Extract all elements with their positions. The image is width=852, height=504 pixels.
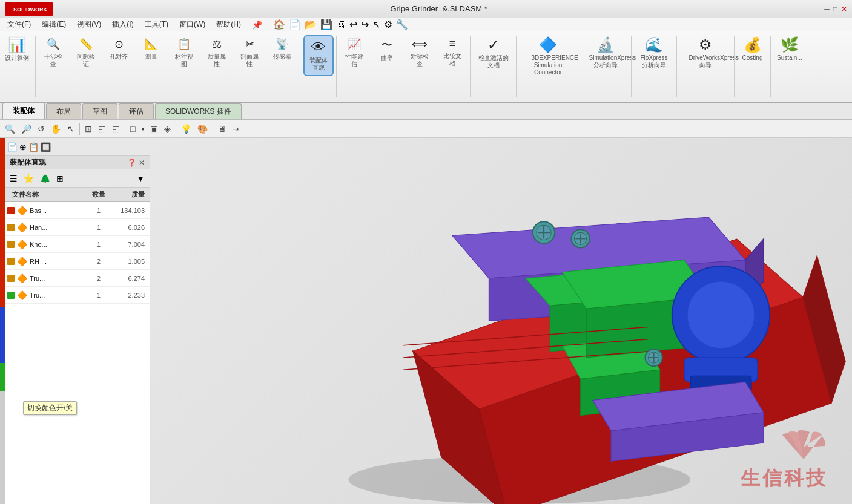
ptb-filter-btn[interactable]: ▼ — [134, 172, 147, 185]
qa-folder[interactable]: 📂 — [305, 19, 317, 30]
stb-search[interactable]: 🔍 — [2, 123, 18, 135]
stb-view1[interactable]: ⊞ — [82, 123, 94, 135]
row-mass: 2.233 — [111, 292, 147, 299]
stb-display1[interactable]: □ — [128, 123, 137, 135]
divider10 — [770, 36, 771, 97]
stb-arrow[interactable]: ⇥ — [230, 123, 242, 135]
stb-screen[interactable]: 🖥 — [216, 123, 229, 135]
stb-display4[interactable]: ◈ — [162, 123, 173, 135]
panel-controls: ❓ ✕ — [127, 159, 145, 167]
interference-icon: 🔍 — [47, 38, 60, 51]
table-row[interactable]: 🔶 Kno... 1 7.004 — [5, 236, 150, 253]
row-color-swatch — [7, 275, 15, 282]
stb-view3[interactable]: ◱ — [110, 123, 122, 135]
sustain-btn[interactable]: 🌿 Sustain... — [773, 35, 806, 64]
row-part-icon: 🔶 — [17, 223, 27, 232]
row-part-name: Kno... — [30, 241, 87, 248]
stb-render[interactable]: 🎨 — [195, 123, 210, 135]
table-row[interactable]: 🔶 Bas... 1 134.103 — [5, 202, 150, 219]
clearance-btn[interactable]: 📏 间隙验证 — [71, 35, 101, 70]
qa-new[interactable]: 📄 — [289, 19, 301, 30]
color-green-segment — [0, 363, 5, 391]
curvature-icon: 〜 — [381, 38, 392, 52]
tab-evaluate[interactable]: 评估 — [119, 103, 154, 119]
refview-btn[interactable]: 📋 标注视图 — [169, 35, 199, 70]
table-row[interactable]: 🔶 Han... 1 6.026 — [5, 219, 150, 236]
driveworks-icon: ⚙ — [699, 38, 712, 52]
table-row[interactable]: 🔶 Tru... 2 6.274 — [5, 270, 150, 287]
qa-settings[interactable]: 🔧 — [396, 19, 408, 30]
floxpress-btn[interactable]: 🌊 FloXpress分析向导 — [636, 35, 671, 71]
checkactive-btn[interactable]: ✓ 检查激活的文档 — [473, 35, 514, 71]
ptb-icon4[interactable]: 🔲 — [41, 142, 51, 152]
menu-window[interactable]: 窗口(W) — [174, 18, 210, 31]
tab-sketch[interactable]: 草图 — [82, 103, 117, 119]
3dexp-btn[interactable]: 🔷 3DEXPERIENCESimulation Connector — [528, 35, 569, 79]
panel-help-btn[interactable]: ❓ — [127, 159, 136, 167]
menu-edit[interactable]: 编辑(E) — [37, 18, 71, 31]
stb-view2[interactable]: ◰ — [96, 123, 108, 135]
design-calc-btn[interactable]: 📊 设计算例 — [1, 35, 33, 64]
divider4 — [470, 36, 471, 97]
tab-assembly[interactable]: 装配体 — [2, 103, 45, 119]
tab-layout[interactable]: 布局 — [46, 103, 81, 119]
divider7 — [631, 36, 632, 97]
hole-align-icon: ⊙ — [114, 38, 124, 51]
menu-tools[interactable]: 工具(T) — [140, 18, 173, 31]
window-controls[interactable]: ─ □ ✕ — [824, 5, 847, 13]
row-mass: 134.103 — [111, 207, 147, 214]
menu-view[interactable]: 视图(V) — [72, 18, 106, 31]
hole-align-btn[interactable]: ⊙ 孔对齐 — [104, 35, 134, 63]
ptb-icon3[interactable]: 📋 — [28, 142, 39, 152]
comparedoc-btn[interactable]: ≡ 比较文档 — [437, 35, 467, 70]
simxpress-btn[interactable]: 🔬 SimulationXpress分析向导 — [586, 35, 626, 71]
stb-lighting[interactable]: 💡 — [179, 123, 194, 135]
pin-icon[interactable]: 📌 — [252, 20, 262, 30]
qa-print[interactable]: 🖨 — [336, 19, 346, 30]
qa-home[interactable]: 🏠 — [273, 19, 285, 30]
stb-select[interactable]: ↖ — [65, 123, 77, 135]
perfeval-btn[interactable]: 📈 性能评估 — [339, 35, 369, 70]
ptb-tree-btn[interactable]: 🌲 — [38, 172, 53, 185]
assembly-view-btn[interactable]: 👁 装配体直观 — [303, 35, 334, 76]
symcheck-btn[interactable]: ⟺ 对称检查 — [405, 35, 435, 70]
row-part-name: Han... — [30, 224, 87, 231]
tab-solidworks-addins[interactable]: SOLIDWORKS 插件 — [155, 103, 242, 119]
stb-zoom-fit[interactable]: 🔎 — [19, 123, 34, 135]
ptb-icon1[interactable]: 📄 — [7, 142, 18, 152]
qualityprops-btn[interactable]: ⚖ 质量属性 — [202, 35, 232, 70]
qa-redo[interactable]: ↪ — [361, 19, 369, 30]
watermark-icon — [779, 429, 828, 465]
row-qty: 2 — [87, 275, 111, 282]
curvature-btn[interactable]: 〜 曲率 — [372, 35, 402, 64]
ptb-list-btn[interactable]: ☰ — [7, 172, 20, 185]
qa-undo[interactable]: ↩ — [349, 19, 357, 30]
costing-btn[interactable]: 💰 Costing — [738, 35, 768, 64]
menu-file[interactable]: 文件(F) — [2, 18, 36, 31]
viewport[interactable]: 生信科技 — [150, 138, 852, 504]
ptb-star-btn[interactable]: ⭐ — [21, 172, 36, 185]
ptb-grid-btn[interactable]: ⊞ — [54, 172, 66, 185]
table-row[interactable]: 🔶 Tru... 1 2.233 — [5, 287, 150, 304]
driveworks-group: ⚙ DriveWorksXpress向导 — [678, 33, 733, 100]
costing-icon: 💰 — [744, 38, 762, 52]
sectionprops-btn[interactable]: ✂ 剖面属性 — [234, 35, 265, 70]
measure-btn[interactable]: 📐 测量 — [136, 35, 167, 63]
stb-rotate[interactable]: ↺ — [35, 123, 47, 135]
stb-pan[interactable]: ✋ — [48, 123, 64, 135]
stb-display2[interactable]: ▪ — [139, 123, 147, 135]
menu-insert[interactable]: 插入(I) — [107, 18, 138, 31]
table-row[interactable]: 🔶 RH ... 2 1.005 ↗ — [5, 253, 150, 270]
qa-select[interactable]: ↖ — [372, 19, 380, 30]
qa-save[interactable]: 💾 — [320, 19, 332, 30]
stb-display3[interactable]: ▣ — [148, 123, 160, 135]
ptb-icon2[interactable]: ⊕ — [19, 142, 27, 152]
row-color-swatch — [7, 258, 15, 265]
sensor-btn[interactable]: 📡 传感器 — [267, 35, 297, 63]
panel-close-btn[interactable]: ✕ — [139, 159, 145, 167]
menu-help[interactable]: 帮助(H) — [211, 18, 246, 31]
interference-btn[interactable]: 🔍 干涉检查 — [38, 35, 68, 70]
qa-options[interactable]: ⚙ — [384, 19, 392, 30]
driveworks-btn[interactable]: ⚙ DriveWorksXpress向导 — [685, 35, 726, 71]
comparedoc-col: ≡ 比较文档 — [437, 35, 467, 70]
